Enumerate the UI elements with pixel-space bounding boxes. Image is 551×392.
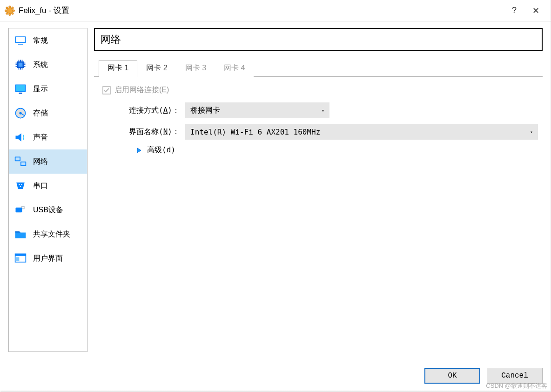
svg-point-1 <box>9 6 11 7</box>
svg-rect-39 <box>16 208 22 213</box>
svg-rect-34 <box>21 162 26 165</box>
folder-icon <box>13 227 27 241</box>
sidebar-item-network[interactable]: 网络 <box>9 149 87 174</box>
interface-name-label: 界面名称(N)： <box>119 127 180 137</box>
shadow <box>0 390 551 392</box>
sidebar-item-label: 常规 <box>33 36 48 46</box>
app-icon <box>5 6 15 16</box>
svg-rect-42 <box>15 254 26 256</box>
network-icon <box>13 155 27 169</box>
layout-icon <box>13 251 27 265</box>
attached-to-combo[interactable]: 桥接网卡 ▾ <box>185 102 329 118</box>
sidebar-item-usb[interactable]: USB设备 <box>9 198 87 222</box>
sidebar-item-label: 网络 <box>33 157 48 167</box>
enable-network-label: 启用网络连接(E) <box>114 85 169 95</box>
svg-rect-32 <box>16 157 20 160</box>
sidebar-item-label: 共享文件夹 <box>33 230 70 239</box>
advanced-toggle[interactable]: 高级(d) <box>136 145 538 155</box>
sidebar-item-storage[interactable]: 存储 <box>9 101 87 125</box>
chevron-down-icon: ▾ <box>322 108 324 113</box>
usb-icon <box>13 203 27 217</box>
watermark: CSDN @欲速则不达客 <box>486 382 547 390</box>
close-button[interactable]: ✕ <box>525 0 546 21</box>
svg-point-6 <box>12 7 13 8</box>
panel-title: 网络 <box>94 28 543 51</box>
svg-point-5 <box>6 7 8 8</box>
svg-rect-11 <box>18 44 23 45</box>
svg-rect-10 <box>16 37 25 42</box>
svg-rect-28 <box>19 93 22 94</box>
tab-adapter-1[interactable]: 网卡 1 <box>99 60 137 77</box>
tab-adapter-3[interactable]: 网卡 3 <box>176 60 215 77</box>
svg-rect-27 <box>16 85 25 91</box>
sidebar-item-serial[interactable]: 串口 <box>9 174 87 198</box>
checkbox-icon <box>102 86 111 95</box>
sidebar-item-label: 存储 <box>33 108 48 118</box>
help-button[interactable]: ? <box>504 0 525 21</box>
disk-icon <box>13 106 27 120</box>
sidebar-item-label: USB设备 <box>33 205 63 215</box>
sidebar-item-label: 声音 <box>33 133 48 142</box>
attached-to-label: 连接方式(A)： <box>119 106 180 115</box>
adapter-tabs: 网卡 1 网卡 2 网卡 3 网卡 4 <box>94 60 543 77</box>
sidebar-item-audio[interactable]: 声音 <box>9 125 87 149</box>
svg-rect-13 <box>19 63 23 67</box>
sidebar-item-label: 显示 <box>33 84 48 94</box>
sidebar-item-label: 用户界面 <box>33 254 63 264</box>
svg-point-3 <box>5 9 7 11</box>
svg-point-7 <box>6 12 8 14</box>
display-icon <box>13 82 27 96</box>
interface-name-combo[interactable]: Intel(R) Wi-Fi 6 AX201 160MHz ▾ <box>185 124 538 140</box>
sidebar-item-user-interface[interactable]: 用户界面 <box>9 246 87 270</box>
svg-point-2 <box>9 14 11 15</box>
panel-title-text: 网络 <box>101 33 121 47</box>
svg-rect-40 <box>22 207 24 209</box>
svg-point-36 <box>21 184 22 185</box>
triangle-right-icon <box>136 147 142 154</box>
sidebar-item-display[interactable]: 显示 <box>9 77 87 101</box>
titlebar: Felix_fu - 设置 ? ✕ <box>0 0 551 21</box>
main-panel: 网络 网卡 1 网卡 2 网卡 3 网卡 4 启用网络连接(E) 连接方式(A)… <box>94 28 543 352</box>
sidebar-item-label: 系统 <box>33 60 48 70</box>
dialog-footer: OK Cancel <box>424 368 543 384</box>
interface-name-value: Intel(R) Wi-Fi 6 AX201 160MHz <box>190 128 320 136</box>
tab-adapter-2[interactable]: 网卡 2 <box>137 60 176 77</box>
speaker-icon <box>13 130 27 144</box>
enable-network-checkbox[interactable]: 启用网络连接(E) <box>102 85 538 95</box>
serial-port-icon <box>13 179 27 193</box>
attached-to-value: 桥接网卡 <box>190 106 220 115</box>
tab-adapter-4[interactable]: 网卡 4 <box>215 60 254 77</box>
sidebar-item-system[interactable]: 系统 <box>9 53 87 77</box>
chip-icon <box>13 58 27 72</box>
sidebar-item-shared-folders[interactable]: 共享文件夹 <box>9 222 87 246</box>
svg-point-37 <box>20 186 21 187</box>
svg-point-8 <box>12 12 13 14</box>
chevron-down-icon: ▾ <box>530 129 533 135</box>
ok-button[interactable]: OK <box>424 368 480 384</box>
cancel-button[interactable]: Cancel <box>487 368 543 384</box>
svg-rect-43 <box>16 257 19 261</box>
advanced-label: 高级(d) <box>147 145 175 155</box>
tab-body: 启用网络连接(E) 连接方式(A)： 桥接网卡 ▾ 界面名称(N)： Intel… <box>94 77 543 160</box>
svg-point-35 <box>19 184 20 185</box>
sidebar-item-label: 串口 <box>33 181 48 191</box>
monitor-icon <box>13 34 27 47</box>
sidebar-item-general[interactable]: 常规 <box>9 28 87 53</box>
sidebar: 常规 系统 显示 存储 声音 <box>8 28 87 352</box>
window-title: Felix_fu - 设置 <box>19 5 69 16</box>
svg-point-4 <box>13 9 14 11</box>
